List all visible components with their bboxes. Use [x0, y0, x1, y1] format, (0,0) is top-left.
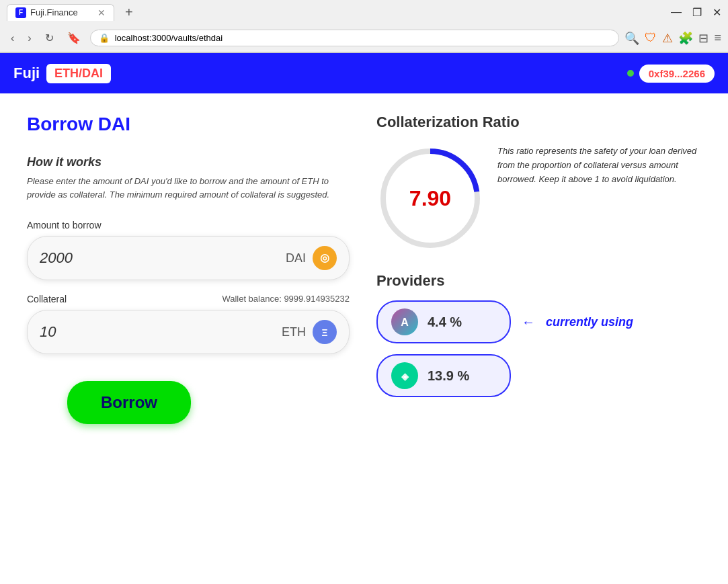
app-header: Fuji ETH/DAI 0xf39...2266: [0, 53, 728, 93]
refresh-btn[interactable]: ↻: [41, 29, 58, 47]
currently-using-label: currently using: [546, 315, 633, 329]
aave-icon: A: [391, 308, 418, 335]
provider-row-compound: ◈ 13.9 %: [376, 354, 701, 397]
ratio-description: This ratio represents the safety of your…: [497, 144, 701, 186]
back-btn[interactable]: ‹: [7, 30, 18, 47]
dai-token-label: DAI: [286, 251, 306, 265]
svg-text:◎: ◎: [320, 252, 329, 263]
collateral-label-text: Collateral: [27, 294, 67, 304]
providers-title: Providers: [376, 272, 701, 290]
ratio-value: 7.90: [409, 186, 451, 211]
compound-rate: 13.9 %: [428, 368, 469, 384]
search-btn[interactable]: 🔍: [624, 31, 639, 46]
collateral-input[interactable]: [40, 323, 282, 341]
how-it-works-section: How it works Please enter the amount of …: [27, 155, 350, 201]
ratio-circle: 7.90: [376, 144, 484, 252]
extensions-btn[interactable]: 🧩: [678, 31, 693, 46]
right-panel: Collaterization Ratio 7.90 This ratio re…: [376, 107, 701, 424]
borrow-amount-container[interactable]: DAI ◎: [27, 236, 350, 280]
collateral-container[interactable]: ETH Ξ: [27, 310, 350, 354]
main-content: Borrow DAI How it works Please enter the…: [0, 93, 728, 437]
collateralization-section: 7.90 This ratio represents the safety of…: [376, 144, 701, 252]
maximize-btn[interactable]: ❐: [692, 6, 702, 19]
brave-shield-btn[interactable]: 🛡: [645, 31, 657, 45]
currently-using-arrow: ←: [522, 315, 535, 330]
collateralization-title: Collaterization Ratio: [376, 114, 701, 131]
minimize-btn[interactable]: —: [671, 6, 682, 18]
pair-badge: ETH/DAI: [46, 64, 111, 83]
borrow-amount-input[interactable]: [40, 249, 286, 267]
browser-tab[interactable]: F Fuji.Finance ✕: [7, 4, 114, 21]
eth-token-icon: Ξ: [313, 320, 337, 344]
app-logo: Fuji: [13, 65, 40, 82]
how-it-works-description: Please enter the amount of DAI you'd lik…: [27, 175, 350, 201]
wallet-address[interactable]: 0xf39...2266: [639, 65, 715, 83]
aave-rate: 4.4 %: [428, 315, 462, 330]
security-icon: 🔒: [99, 33, 110, 43]
wallet-balance-text: Wallet balance: 9999.914935232: [222, 294, 350, 304]
dai-token-icon: ◎: [313, 246, 337, 270]
svg-text:◈: ◈: [401, 371, 409, 382]
bookmark-btn[interactable]: 🔖: [63, 29, 85, 47]
tab-favicon: F: [15, 7, 26, 18]
close-btn[interactable]: ✕: [713, 6, 721, 19]
tab-title: Fuji.Finance: [30, 7, 78, 17]
svg-text:A: A: [401, 317, 409, 328]
provider-pill-compound[interactable]: ◈ 13.9 %: [376, 354, 511, 397]
borrow-label-text: Amount to borrow: [27, 220, 102, 231]
compound-icon: ◈: [391, 362, 418, 389]
sidebar-btn[interactable]: ⊟: [698, 31, 709, 46]
address-bar[interactable]: 🔒: [90, 30, 620, 46]
eth-token-label: ETH: [282, 325, 306, 339]
borrow-button[interactable]: Borrow: [67, 381, 191, 424]
provider-row-aave: A 4.4 % ← currently using: [376, 300, 701, 343]
forward-btn[interactable]: ›: [24, 30, 35, 47]
how-it-works-heading: How it works: [27, 155, 350, 169]
svg-text:Ξ: Ξ: [321, 327, 327, 338]
brave-alert-btn[interactable]: ⚠: [662, 31, 673, 46]
wallet-status-dot: [627, 70, 634, 77]
url-input[interactable]: [115, 33, 611, 43]
page-title: Borrow DAI: [27, 114, 350, 135]
menu-btn[interactable]: ≡: [714, 31, 721, 45]
left-panel: Borrow DAI How it works Please enter the…: [27, 107, 350, 424]
tab-close-btn[interactable]: ✕: [97, 7, 106, 18]
wallet-info: 0xf39...2266: [627, 65, 715, 83]
provider-pill-aave[interactable]: A 4.4 %: [376, 300, 511, 343]
collateral-field-header: Collateral Wallet balance: 9999.91493523…: [27, 294, 350, 304]
borrow-amount-label: Amount to borrow: [27, 220, 350, 231]
new-tab-btn[interactable]: +: [120, 3, 138, 22]
